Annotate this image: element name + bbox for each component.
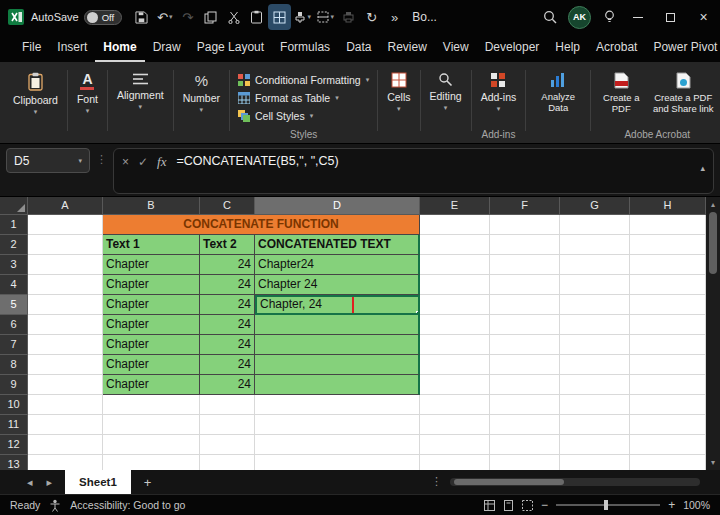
formula-input-area[interactable]: × ✓ fx =CONCATENATE(B5,", ",C5) ▴ — [113, 148, 714, 194]
number-group-button[interactable]: % Number ▾ — [178, 66, 225, 141]
row-header-10[interactable]: 10 — [0, 395, 28, 415]
tab-home[interactable]: Home — [95, 34, 144, 62]
cell[interactable] — [560, 275, 630, 295]
cell-d5-selected[interactable]: Chapter, 24 — [255, 295, 420, 315]
cell-b7[interactable]: Chapter — [103, 335, 200, 355]
cell[interactable] — [420, 375, 490, 395]
cell[interactable] — [490, 335, 560, 355]
cell-b2[interactable]: Text 1 — [103, 235, 200, 255]
cell[interactable] — [420, 315, 490, 335]
cell[interactable] — [28, 415, 103, 435]
cell[interactable] — [490, 415, 560, 435]
cell[interactable] — [103, 435, 200, 455]
row-header-1[interactable]: 1 — [0, 215, 28, 235]
sync-button[interactable]: ↻ — [360, 4, 383, 30]
cell[interactable] — [28, 435, 103, 455]
row-header-3[interactable]: 3 — [0, 255, 28, 275]
tab-options-button[interactable]: ⋮ — [431, 475, 442, 488]
cell-d2[interactable]: CONCATENATED TEXT — [255, 235, 420, 255]
page-layout-view-button[interactable] — [503, 500, 514, 511]
tab-developer[interactable]: Developer — [477, 34, 548, 62]
cell-b6[interactable]: Chapter — [103, 315, 200, 335]
tab-insert[interactable]: Insert — [49, 34, 95, 62]
cell[interactable] — [420, 255, 490, 275]
row-header-4[interactable]: 4 — [0, 275, 28, 295]
normal-view-button[interactable] — [484, 500, 495, 511]
cell[interactable] — [630, 235, 706, 255]
formula-bar-handle[interactable]: ⋮ — [96, 153, 107, 166]
cell[interactable] — [630, 315, 706, 335]
cell-b8[interactable]: Chapter — [103, 355, 200, 375]
collapse-formula-bar-icon[interactable]: ▴ — [700, 163, 705, 173]
tab-power-pivot[interactable]: Power Pivot — [645, 34, 720, 62]
cell[interactable] — [630, 415, 706, 435]
cell-b5[interactable]: Chapter — [103, 295, 200, 315]
cell[interactable] — [420, 235, 490, 255]
new-sheet-button[interactable]: + — [131, 475, 165, 490]
row-header-2[interactable]: 2 — [0, 235, 28, 255]
addins-button[interactable]: Add-ins ▾ — [476, 66, 522, 112]
tabs-scroll-right-button[interactable]: ▸ — [40, 476, 60, 489]
cell[interactable] — [28, 275, 103, 295]
cell[interactable] — [420, 455, 490, 470]
cell[interactable] — [420, 275, 490, 295]
horizontal-scroll-thumb[interactable] — [454, 479, 564, 485]
save-button[interactable] — [130, 4, 153, 30]
close-button[interactable]: × — [687, 0, 720, 34]
cell[interactable] — [560, 215, 630, 235]
col-header-g[interactable]: G — [560, 197, 630, 215]
cell[interactable] — [420, 415, 490, 435]
create-pdf-button[interactable]: Create a PDF — [595, 66, 647, 114]
cell[interactable] — [630, 375, 706, 395]
account-avatar[interactable]: AK — [568, 6, 591, 29]
cell-b4[interactable]: Chapter — [103, 275, 200, 295]
cell[interactable] — [630, 455, 706, 470]
font-group-button[interactable]: A Font ▾ — [72, 66, 103, 141]
format-painter-button[interactable]: ▾ — [291, 4, 314, 30]
cell[interactable] — [560, 235, 630, 255]
row-header-8[interactable]: 8 — [0, 355, 28, 375]
zoom-out-button[interactable]: − — [541, 498, 548, 512]
cell[interactable] — [560, 375, 630, 395]
cell[interactable] — [630, 295, 706, 315]
cell-c6[interactable]: 24 — [200, 315, 255, 335]
row-header-12[interactable]: 12 — [0, 435, 28, 455]
row-header-9[interactable]: 9 — [0, 375, 28, 395]
cell[interactable] — [560, 255, 630, 275]
cell[interactable] — [103, 455, 200, 470]
cell[interactable] — [630, 395, 706, 415]
cell-d7[interactable] — [255, 335, 420, 355]
autosave-toggle[interactable]: AutoSave Off — [31, 10, 122, 25]
zoom-slider[interactable] — [556, 504, 660, 506]
page-break-view-button[interactable] — [522, 500, 533, 511]
cell-c8[interactable]: 24 — [200, 355, 255, 375]
zoom-in-button[interactable]: + — [668, 498, 675, 512]
scroll-up-button[interactable]: ▴ — [711, 200, 715, 209]
cell[interactable] — [560, 435, 630, 455]
cell[interactable] — [255, 415, 420, 435]
cell[interactable] — [200, 435, 255, 455]
cell[interactable] — [420, 355, 490, 375]
col-header-b[interactable]: B — [103, 197, 200, 215]
cell[interactable] — [28, 315, 103, 335]
cell[interactable] — [420, 395, 490, 415]
row-header-13[interactable]: 13 — [0, 455, 28, 470]
merge-center-button[interactable] — [268, 4, 291, 30]
tab-acrobat[interactable]: Acrobat — [588, 34, 645, 62]
cell[interactable] — [630, 435, 706, 455]
cell[interactable] — [420, 435, 490, 455]
cell[interactable] — [28, 235, 103, 255]
cell[interactable] — [560, 335, 630, 355]
cell[interactable] — [490, 315, 560, 335]
cell-c5[interactable]: 24 — [200, 295, 255, 315]
cell-c7[interactable]: 24 — [200, 335, 255, 355]
cell[interactable] — [420, 335, 490, 355]
scroll-down-button[interactable]: ▾ — [711, 458, 715, 467]
cell[interactable] — [630, 275, 706, 295]
tab-formulas[interactable]: Formulas — [272, 34, 338, 62]
fill-handle[interactable] — [416, 311, 420, 315]
undo-button[interactable]: ↶▾ — [153, 4, 176, 30]
col-header-a[interactable]: A — [28, 197, 103, 215]
cell-c9[interactable]: 24 — [200, 375, 255, 395]
tabs-scroll-left-button[interactable]: ◂ — [20, 476, 40, 489]
